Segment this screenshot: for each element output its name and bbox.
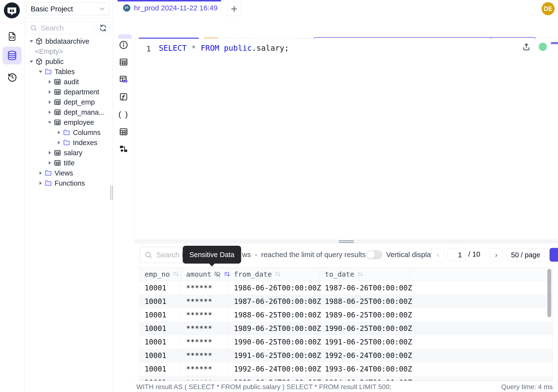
status-bar: WITH result AS ( SELECT * FROM public.sa… — [134, 381, 558, 392]
tree-item-title[interactable]: title — [24, 158, 113, 168]
export-button-partial[interactable] — [549, 248, 558, 262]
sidebar-search[interactable] — [26, 21, 93, 34]
column-header-amount[interactable]: amount — [181, 267, 229, 281]
table-icon — [53, 118, 61, 126]
panel-splitter[interactable] — [134, 239, 558, 244]
caret-down-icon[interactable] — [46, 119, 53, 126]
sql-token — [187, 44, 192, 53]
page-size-select[interactable]: 50 / page — [506, 248, 545, 262]
tree-item-label: Tables — [54, 68, 75, 76]
caret-down-icon[interactable] — [28, 38, 35, 45]
table-row[interactable]: 10001******1993-06-24T00:00:00Z1994-06-2… — [140, 375, 552, 381]
add-tab-button[interactable] — [227, 2, 241, 16]
tab-bar: hr_prod 2024-11-22 16:49 DE — [113, 0, 558, 16]
table-cell: 1987-06-26T00:00:00Z — [320, 281, 410, 295]
column-header-emp_no[interactable]: emp_no — [140, 267, 181, 281]
sql-token: FROM — [201, 44, 219, 53]
table-cell: 10001 — [140, 335, 181, 348]
table-row[interactable]: 10001******1992-06-24T00:00:00Z1993-06-2… — [140, 362, 552, 375]
tree-item-columns[interactable]: Columns — [24, 127, 113, 138]
caret-right-icon[interactable] — [46, 159, 53, 166]
table-cell: 1988-06-25T00:00:00Z — [229, 308, 320, 322]
table-cell — [410, 295, 552, 308]
table-row[interactable]: 10001******1986-06-26T00:00:00Z1987-06-2… — [140, 281, 552, 295]
sort-icon[interactable] — [357, 270, 364, 278]
tree-item-functions[interactable]: Functions — [24, 178, 113, 188]
caret-right-icon[interactable] — [46, 98, 53, 106]
rail-history-button[interactable] — [2, 68, 22, 86]
caret-right-icon[interactable] — [46, 78, 53, 86]
tree-item-salary[interactable]: salary — [24, 148, 113, 158]
sort-icon[interactable] — [172, 270, 180, 278]
column-name: amount — [186, 270, 211, 278]
info-icon[interactable] — [118, 40, 129, 50]
sensitive-search-icon[interactable] — [118, 74, 129, 85]
table-icon[interactable] — [118, 57, 129, 67]
procedure-parentheses-icon[interactable]: ( ) — [118, 109, 129, 120]
table-cell — [410, 281, 552, 295]
tree-item-department[interactable]: department — [24, 87, 113, 97]
history-icon — [7, 72, 17, 82]
bytebase-logo-icon[interactable] — [4, 2, 20, 18]
table-cell: 1989-06-25T00:00:00Z — [229, 322, 320, 335]
upload-icon[interactable] — [522, 42, 531, 52]
sort-icon[interactable] — [274, 270, 281, 278]
caret-down-icon[interactable] — [37, 68, 44, 75]
rail-worksheets-button[interactable] — [2, 27, 22, 45]
caret-right-icon[interactable] — [37, 169, 44, 177]
table-icon — [53, 98, 61, 106]
caret-right-icon[interactable] — [37, 180, 44, 187]
tree-item-tables[interactable]: Tables — [24, 67, 113, 77]
caret-right-icon[interactable] — [55, 129, 62, 136]
user-avatar[interactable]: DE — [541, 2, 555, 15]
caret-right-icon[interactable] — [46, 149, 53, 157]
column-header-empty[interactable] — [410, 267, 552, 281]
table-row[interactable]: 10001******1987-06-26T00:00:00Z1988-06-2… — [140, 295, 552, 308]
schema-diagram-icon[interactable] — [118, 144, 129, 154]
sql-editor-app: Basic Project bbdataarchive<Empty>public… — [0, 0, 558, 392]
table-row[interactable]: 10001******1989-06-25T00:00:00Z1990-06-2… — [140, 322, 552, 335]
sidebar-search-input[interactable] — [40, 24, 90, 32]
sql-editor[interactable]: 1 SELECT * FROM public.salary; — [134, 39, 558, 239]
project-selector[interactable]: Basic Project — [26, 2, 110, 15]
next-page-button[interactable]: › — [489, 248, 503, 261]
table-row[interactable]: 10001******1990-06-25T00:00:00Z1991-06-2… — [140, 335, 552, 348]
external-table-icon[interactable] — [118, 126, 129, 137]
tree-item--empty-[interactable]: <Empty> — [24, 46, 113, 56]
vertical-display-toggle[interactable] — [366, 250, 382, 259]
tree-item-audit[interactable]: audit — [24, 77, 113, 87]
tree-item-dept-mana-[interactable]: dept_mana... — [24, 107, 113, 117]
tree-item-bbdataarchive[interactable]: bbdataarchive — [24, 36, 113, 46]
file-code-icon — [7, 31, 17, 42]
prev-page-button[interactable]: ‹ — [431, 248, 445, 261]
table-cell — [410, 308, 552, 322]
table-row[interactable]: 10001******1991-06-25T00:00:00Z1992-06-2… — [140, 348, 552, 362]
tree-item-public[interactable]: public — [24, 56, 113, 67]
column-header-to_date[interactable]: to_date — [320, 267, 410, 281]
tree-item-indexes[interactable]: Indexes — [24, 138, 113, 148]
table-cell: 1991-06-25T00:00:00Z — [229, 348, 320, 362]
refresh-icon — [99, 24, 107, 32]
tree-item-label: Functions — [54, 179, 85, 187]
table-row[interactable]: 10001******1988-06-25T00:00:00Z1989-06-2… — [140, 308, 552, 322]
table-cell: 10001 — [140, 295, 181, 308]
table-cell: 10001 — [140, 348, 181, 362]
page-number-input[interactable] — [448, 248, 466, 261]
caret-right-icon[interactable] — [46, 88, 53, 96]
tree-item-views[interactable]: Views — [24, 168, 113, 178]
column-header-from_date[interactable]: from_date — [229, 267, 320, 281]
caret-down-icon[interactable] — [28, 58, 35, 65]
rail-databases-button[interactable] — [2, 47, 22, 64]
caret-right-icon[interactable] — [46, 109, 53, 116]
tab-title: hr_prod 2024-11-22 16:49 — [134, 4, 218, 12]
tab-worksheet[interactable]: hr_prod 2024-11-22 16:49 — [118, 0, 221, 16]
tree-item-label: audit — [64, 78, 79, 86]
refresh-button[interactable] — [96, 21, 110, 34]
tree-item-dept-emp[interactable]: dept_emp — [24, 97, 113, 107]
table-scrollbar-thumb[interactable] — [547, 269, 551, 317]
function-icon[interactable] — [118, 91, 129, 102]
caret-right-icon[interactable] — [55, 139, 62, 146]
sidebar-resize-handle[interactable] — [111, 185, 113, 200]
tree-item-employee[interactable]: employee — [24, 117, 113, 127]
table-cell: 10001 — [140, 308, 181, 322]
